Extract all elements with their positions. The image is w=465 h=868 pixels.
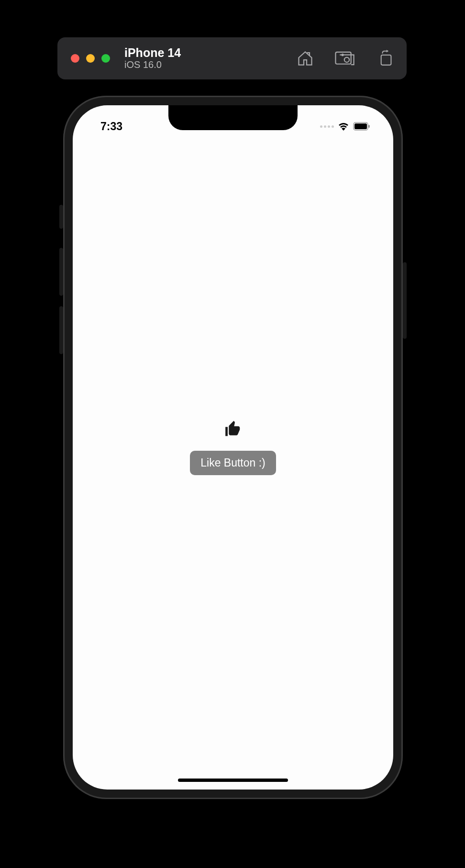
wifi-icon [338,122,349,131]
phone-frame: 7:33 [63,96,403,799]
notch [168,105,298,130]
device-os-label: iOS 16.0 [124,59,181,70]
like-button[interactable]: Like Button :) [190,451,276,475]
close-window-button[interactable] [71,54,79,63]
app-content: Like Button :) [73,105,393,790]
svg-rect-6 [368,125,370,128]
power-button[interactable] [403,262,407,339]
traffic-lights [71,54,110,63]
home-indicator[interactable] [178,779,288,782]
status-time: 7:33 [100,120,122,133]
svg-point-2 [342,54,343,56]
minimize-window-button[interactable] [86,54,95,63]
rotate-icon [377,50,393,67]
camera-icon [335,50,356,67]
battery-icon [353,122,370,131]
volume-up-button[interactable] [59,248,63,296]
maximize-window-button[interactable] [101,54,110,63]
screenshot-button[interactable] [335,50,356,67]
home-icon [297,50,314,67]
device-name-label: iPhone 14 [124,46,181,60]
chrome-actions [297,50,393,67]
volume-down-button[interactable] [59,306,63,354]
svg-rect-5 [354,123,367,129]
device-info: iPhone 14 iOS 16.0 [124,46,181,71]
svg-point-1 [344,57,349,62]
phone-screen: 7:33 [73,105,393,790]
rotate-button[interactable] [377,50,393,67]
thumbs-up-icon [224,420,242,440]
simulator-window-chrome: iPhone 14 iOS 16.0 [57,37,407,79]
cellular-signal-icon [320,125,334,128]
svg-rect-3 [381,55,391,65]
status-icons [320,122,370,131]
home-button[interactable] [297,50,314,67]
silence-switch[interactable] [59,205,63,229]
